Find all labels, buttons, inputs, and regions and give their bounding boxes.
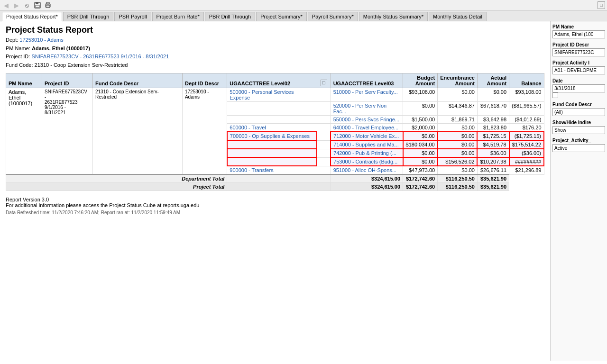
project-total-label: Project Total: [6, 183, 227, 191]
cell-collapse-row2: [317, 102, 331, 116]
panel-date-label: Date: [552, 78, 605, 83]
cell-collapse-row1: [317, 88, 331, 102]
panel-fund-code-field: Fund Code Descr (All): [552, 102, 605, 116]
cell-level03-row1[interactable]: 510000 - Per Serv Faculty...: [331, 88, 403, 102]
right-panel: PM Name Adams, Ethel (100 Project ID Des…: [550, 21, 607, 361]
project-total-budget: $324,615.00: [331, 183, 403, 191]
panel-show-hide-input[interactable]: Show: [552, 126, 605, 134]
panel-pm-name-input[interactable]: Adams, Ethel (100: [552, 30, 605, 38]
panel-project-activity-field: Project Activity I A01 - DEVELOPME: [552, 60, 605, 74]
cell-encumbrance-row9: $0.00: [438, 166, 478, 174]
cell-encumbrance-row7: $0.00: [438, 149, 478, 157]
col-header-collapse[interactable]: □: [317, 73, 331, 88]
cell-balance-row4: $176.20: [509, 124, 544, 132]
dept-total-spacer1: [227, 174, 317, 183]
tab-project-summary[interactable]: Project Summary*: [256, 12, 307, 21]
col-header-actual: ActualAmount: [477, 73, 509, 88]
cell-level03-row9[interactable]: 951000 - Alloc OH-Spons...: [331, 166, 403, 174]
cell-level02-row4[interactable]: 600000 - Travel: [227, 124, 317, 132]
fund-code-label: Fund Code:: [6, 62, 33, 68]
cell-level03-row2[interactable]: 520000 - Per Serv Non Fac...: [331, 102, 403, 116]
panel-date-checkbox[interactable]: [552, 92, 558, 98]
cell-level03-row8[interactable]: 753000 - Contracts (Budg...: [331, 157, 403, 166]
panel-project-activity-input[interactable]: A01 - DEVELOPME: [552, 66, 605, 74]
panel-pm-name-field: PM Name Adams, Ethel (100: [552, 24, 605, 38]
cell-collapse-row7: [317, 149, 331, 157]
col-header-encumbrance: EncumbranceAmount: [438, 73, 478, 88]
panel-project-activity2-field: Project_Activity_ Active: [552, 138, 605, 152]
col-header-level02: UGAACCTTREE Level02: [227, 73, 317, 88]
cell-level02-row9[interactable]: 900000 - Transfers: [227, 166, 317, 174]
panel-project-id-field: Project ID Descr SNIFARE677523C: [552, 42, 605, 56]
panel-project-id-label: Project ID Descr: [552, 42, 605, 47]
cell-budget-row1: $93,108.00: [403, 88, 438, 102]
cell-level02-row2: [227, 102, 317, 116]
col-header-budget: BudgetAmount: [403, 73, 438, 88]
cell-encumbrance-row6: $0.00: [438, 140, 478, 149]
cell-actual-row5: $1,725.15: [477, 132, 509, 140]
tab-monthly-status-summary[interactable]: Monthly Status Summary*: [359, 12, 428, 21]
panel-project-id-input[interactable]: SNIFARE677523C: [552, 48, 605, 56]
cell-budget-row8: $0.00: [403, 157, 438, 166]
panel-fund-code-label: Fund Code Descr: [552, 102, 605, 107]
top-nav-bar: ◀ ▶ ⎋ □: [0, 0, 607, 11]
tab-project-status-report[interactable]: Project Status Report*: [2, 12, 62, 21]
dept-total-encumbrance: $172,742.60: [403, 174, 438, 183]
back-button[interactable]: ◀: [2, 1, 10, 9]
tab-psr-drill-through[interactable]: PSR Drill Through: [63, 12, 113, 21]
cell-level02-row5[interactable]: 700000 - Op Supplies & Expenses: [227, 132, 317, 140]
print-button[interactable]: [44, 1, 52, 9]
tab-psr-payroll[interactable]: PSR Payroll: [114, 12, 151, 21]
maximize-button[interactable]: □: [598, 1, 605, 9]
panel-show-hide-label: Show/Hide Indire: [552, 120, 605, 125]
forward-button[interactable]: ▶: [12, 1, 21, 9]
report-info: For additional information please access…: [6, 202, 544, 208]
report-title: Project Status Report: [6, 25, 544, 35]
cell-pm-name: Adams, Ethel(1000017): [6, 88, 42, 175]
save-button[interactable]: [33, 1, 42, 9]
tab-monthly-status-detail[interactable]: Monthly Status Detail: [429, 12, 487, 21]
project-total-actual: $116,250.50: [438, 183, 478, 191]
cell-collapse-row5: [317, 132, 331, 140]
main-layout: Project Status Report Dept: 17253010 - A…: [0, 21, 607, 361]
col-header-fund-code: Fund Code Descr: [92, 73, 182, 88]
report-meta: Dept: 17253010 - Adams PM Name: Adams, E…: [6, 36, 544, 69]
svg-rect-2: [36, 5, 39, 8]
panel-date-field: Date 3/31/2018: [552, 78, 605, 98]
tab-pbr-drill-through[interactable]: PBR Drill Through: [205, 12, 255, 21]
tab-project-burn-rate[interactable]: Project Burn Rate*: [152, 12, 204, 21]
cell-level03-row4[interactable]: 640000 - Travel Employee...: [331, 124, 403, 132]
cell-collapse-row9: [317, 166, 331, 174]
cell-actual-row1: $0.00: [477, 88, 509, 102]
panel-show-hide-field: Show/Hide Indire Show: [552, 120, 605, 134]
cell-level03-row6[interactable]: 714000 - Supplies and Ma...: [331, 140, 403, 149]
panel-project-activity2-input[interactable]: Active: [552, 144, 605, 152]
col-header-balance: Balance: [509, 73, 544, 88]
dept-total-row: Department Total $324,615.00 $172,742.60…: [6, 174, 544, 183]
cell-balance-row5: ($1,725.15): [509, 132, 544, 140]
tab-payroll-summary[interactable]: Payroll Summary*: [308, 12, 358, 21]
cell-level03-row3[interactable]: 550000 - Pers Svcs Fringe...: [331, 116, 403, 124]
pm-name-value: Adams, Ethel (1000017): [32, 46, 90, 51]
cell-encumbrance-row2: $14,346.87: [438, 102, 478, 116]
dept-total-budget: $324,615.00: [331, 174, 403, 183]
cell-project-id: SNIFARE677523CV -2631RE6775239/1/2016 -8…: [42, 88, 92, 175]
cell-balance-row8: #########: [509, 157, 544, 166]
report-footer: Report Version 3.0 For additional inform…: [6, 197, 544, 215]
col-header-level03: UGAACCTTREE Level03: [331, 73, 403, 88]
stop-button[interactable]: ⎋: [23, 1, 31, 9]
cell-level03-row7[interactable]: 742000 - Pub & Printing (...: [331, 149, 403, 157]
panel-date-input[interactable]: 3/31/2018: [552, 84, 605, 92]
cell-budget-row9: $47,973.00: [403, 166, 438, 174]
cell-encumbrance-row8: $156,526.02: [438, 157, 478, 166]
fund-code-value: 21310 - Coop Extension Serv-Restricted: [35, 62, 128, 68]
panel-pm-name-label: PM Name: [552, 24, 605, 29]
project-total-encumbrance: $172,742.60: [403, 183, 438, 191]
project-total-spacer2: [317, 183, 331, 191]
panel-fund-code-input[interactable]: (All): [552, 108, 605, 116]
report-area: Project Status Report Dept: 17253010 - A…: [0, 21, 550, 361]
collapse-button[interactable]: □: [321, 80, 327, 86]
cell-level03-row5[interactable]: 712000 - Motor Vehicle Ex...: [331, 132, 403, 140]
panel-project-activity2-label: Project_Activity_: [552, 138, 605, 143]
cell-level02-row1[interactable]: 500000 - Personal Services Expense: [227, 88, 317, 102]
